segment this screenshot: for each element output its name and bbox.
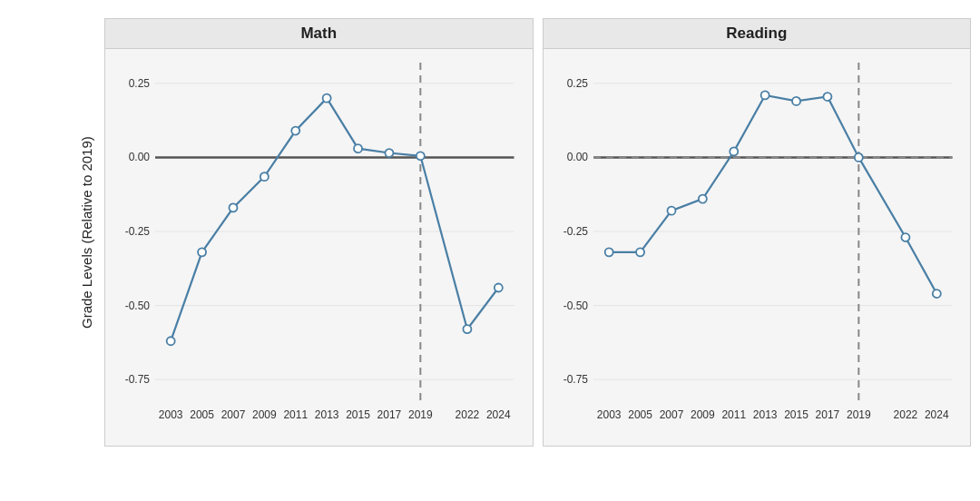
- svg-text:0.00: 0.00: [566, 151, 588, 163]
- svg-point-18: [323, 94, 331, 103]
- svg-text:2019: 2019: [408, 408, 433, 421]
- svg-point-16: [260, 172, 269, 181]
- svg-text:2013: 2013: [752, 408, 777, 421]
- math-chart-svg: 0.250.00-0.25-0.50-0.7520032005200720092…: [105, 49, 533, 446]
- reading-chart-area: 0.250.00-0.25-0.50-0.7520032005200720092…: [544, 49, 971, 446]
- svg-text:0.00: 0.00: [129, 151, 151, 163]
- svg-text:2013: 2013: [315, 408, 339, 421]
- svg-point-51: [667, 207, 675, 215]
- math-chart-area: 0.250.00-0.25-0.50-0.7520032005200720092…: [105, 49, 533, 446]
- svg-text:2024: 2024: [924, 408, 948, 421]
- svg-text:2011: 2011: [283, 408, 308, 421]
- svg-text:0.25: 0.25: [566, 77, 588, 90]
- svg-text:-0.25: -0.25: [125, 225, 151, 238]
- svg-point-54: [760, 91, 769, 99]
- svg-text:2009: 2009: [691, 408, 715, 421]
- svg-point-19: [354, 144, 362, 152]
- svg-text:-0.75: -0.75: [563, 373, 588, 386]
- charts-wrapper: Math 0.250.00-0.25-0.50-0.75200320052007…: [104, 18, 971, 447]
- reading-chart-svg: 0.250.00-0.25-0.50-0.7520032005200720092…: [544, 49, 971, 446]
- svg-point-23: [495, 284, 503, 292]
- svg-text:2015: 2015: [346, 408, 370, 421]
- svg-point-59: [932, 290, 940, 298]
- reading-chart-title: Reading: [544, 19, 971, 49]
- reading-chart-panel: Reading 0.250.00-0.25-0.50-0.75200320052…: [543, 18, 972, 447]
- chart-container: Grade Levels (Relative to 2019) Math 0.2…: [0, 0, 980, 501]
- svg-text:-0.25: -0.25: [563, 225, 588, 238]
- svg-text:-0.50: -0.50: [125, 300, 151, 312]
- svg-point-50: [636, 248, 644, 256]
- y-axis-label: Grade Levels (Relative to 2019): [73, 18, 100, 447]
- svg-text:2005: 2005: [628, 408, 652, 421]
- svg-point-53: [730, 147, 738, 155]
- svg-text:0.25: 0.25: [129, 77, 151, 90]
- svg-text:2007: 2007: [221, 408, 246, 421]
- svg-point-21: [416, 152, 425, 160]
- svg-text:-0.75: -0.75: [125, 373, 151, 386]
- svg-text:2017: 2017: [377, 408, 402, 421]
- svg-point-15: [229, 203, 237, 211]
- svg-point-22: [463, 325, 471, 333]
- svg-point-49: [604, 248, 612, 256]
- svg-text:2011: 2011: [721, 408, 746, 421]
- svg-text:2017: 2017: [815, 408, 839, 421]
- svg-point-17: [291, 127, 299, 135]
- svg-point-14: [198, 248, 206, 256]
- svg-text:2003: 2003: [159, 408, 183, 421]
- svg-text:2003: 2003: [596, 408, 621, 421]
- svg-point-57: [854, 153, 862, 162]
- svg-text:2009: 2009: [252, 408, 277, 421]
- svg-text:2007: 2007: [659, 408, 683, 421]
- math-chart-panel: Math 0.250.00-0.25-0.50-0.75200320052007…: [104, 18, 534, 447]
- svg-point-13: [167, 337, 175, 345]
- svg-point-52: [698, 195, 706, 203]
- svg-text:2022: 2022: [456, 408, 480, 421]
- svg-text:2019: 2019: [846, 408, 870, 421]
- svg-text:2005: 2005: [190, 408, 214, 421]
- math-chart-title: Math: [105, 19, 533, 49]
- svg-text:-0.50: -0.50: [563, 300, 588, 312]
- svg-text:2015: 2015: [784, 408, 808, 421]
- svg-point-20: [385, 149, 393, 157]
- svg-text:2022: 2022: [893, 408, 917, 421]
- svg-point-56: [823, 93, 831, 101]
- svg-point-58: [901, 233, 909, 241]
- svg-text:2024: 2024: [486, 408, 511, 421]
- svg-point-55: [792, 97, 800, 105]
